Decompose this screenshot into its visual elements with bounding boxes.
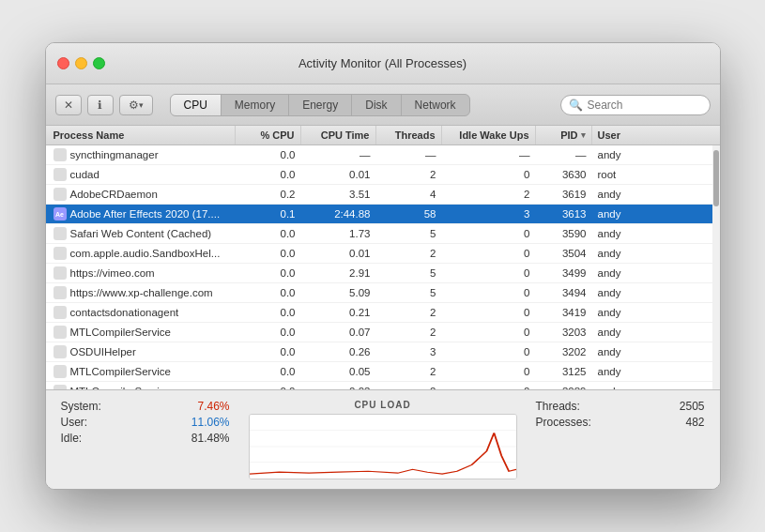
- cell-time: 0.01: [301, 244, 376, 263]
- cell-pid: 3089: [536, 382, 592, 389]
- col-idle-wake[interactable]: Idle Wake Ups: [442, 126, 536, 144]
- scrollbar-thumb[interactable]: [713, 150, 719, 206]
- process-icon: [54, 148, 67, 161]
- col-cpu-pct[interactable]: % CPU: [236, 126, 301, 144]
- table-row[interactable]: com.apple.audio.SandboxHel... 0.0 0.01 2…: [46, 244, 720, 264]
- cell-idle: 0: [442, 303, 536, 322]
- process-icon: [54, 365, 67, 378]
- table-container: Process Name % CPU CPU Time Threads Idle…: [46, 126, 720, 389]
- cell-user: andy: [592, 205, 649, 223]
- cell-time: 0.26: [301, 342, 376, 361]
- cell-user: andy: [592, 362, 649, 381]
- cell-process-name: MTLCompilerService: [48, 382, 236, 389]
- titlebar: Activity Monitor (All Processes): [46, 43, 720, 84]
- stat-system-value: 7.46%: [197, 400, 229, 413]
- table-row[interactable]: OSDUIHelper 0.0 0.26 3 0 3202 andy: [46, 342, 720, 362]
- cell-process-name: https://www.xp-challenge.com: [48, 283, 236, 302]
- cell-pid: 3125: [536, 362, 592, 381]
- table-row[interactable]: MTLCompilerService 0.0 0.07 2 0 3203 and…: [46, 323, 720, 342]
- cell-process-name: AdobeCRDaemon: [48, 185, 236, 204]
- process-icon: [54, 286, 67, 299]
- table-row[interactable]: https://www.xp-challenge.com 0.0 5.09 5 …: [46, 283, 720, 303]
- cell-idle: 0: [442, 224, 536, 243]
- tab-cpu[interactable]: CPU: [171, 95, 222, 115]
- process-icon: [54, 326, 67, 339]
- tab-network[interactable]: Network: [402, 95, 469, 115]
- footer-stats: System: 7.46% User: 11.06% Idle: 81.48%: [61, 400, 230, 479]
- stat-idle: Idle: 81.48%: [61, 432, 230, 445]
- process-icon: [54, 306, 67, 319]
- gear-button[interactable]: ⚙ ▾: [119, 95, 153, 115]
- scrollbar[interactable]: [712, 145, 720, 389]
- cell-pid: 3494: [536, 283, 592, 302]
- cell-cpu: 0.0: [236, 323, 301, 342]
- table-row[interactable]: AdobeCRDaemon 0.2 3.51 4 2 3619 andy: [46, 185, 720, 205]
- cell-time: 0.21: [301, 303, 376, 322]
- table-body[interactable]: syncthingmanager 0.0 — — — — andy cudad …: [46, 145, 720, 389]
- search-box[interactable]: 🔍: [560, 95, 711, 115]
- table-row[interactable]: Safari Web Content (Cached) 0.0 1.73 5 0…: [46, 224, 720, 244]
- cell-threads: 2: [376, 165, 442, 184]
- col-pid[interactable]: PID ▾: [536, 126, 592, 144]
- minimize-button[interactable]: [75, 57, 87, 69]
- sort-arrow-icon: ▾: [581, 130, 586, 140]
- cell-threads: 2: [376, 323, 442, 342]
- table-row[interactable]: MTLCompilerService 0.0 0.03 2 0 3089 and…: [46, 382, 720, 389]
- tab-disk[interactable]: Disk: [352, 95, 401, 115]
- table-row[interactable]: contactsdonationagent 0.0 0.21 2 0 3419 …: [46, 303, 720, 323]
- cell-pid: —: [536, 145, 592, 164]
- tab-energy[interactable]: Energy: [289, 95, 352, 115]
- toolbar: ✕ ℹ ⚙ ▾ CPU Memory Energy Disk Network 🔍: [46, 84, 720, 126]
- cell-cpu: 0.0: [236, 264, 301, 282]
- col-user[interactable]: User: [592, 126, 649, 144]
- cell-threads: 2: [376, 303, 442, 322]
- gear-icon: ⚙: [129, 99, 139, 112]
- cell-cpu: 0.0: [236, 165, 301, 184]
- cell-threads: 5: [376, 224, 442, 243]
- footer-threads: Threads: 2505 Processes: 482: [536, 400, 705, 479]
- table-row[interactable]: cudad 0.0 0.01 2 0 3630 root: [46, 165, 720, 185]
- cell-pid: 3613: [536, 205, 592, 223]
- cell-user: andy: [592, 264, 649, 282]
- cell-process-name: MTLCompilerService: [48, 362, 236, 381]
- cell-cpu: 0.0: [236, 382, 301, 389]
- cell-cpu: 0.0: [236, 145, 301, 164]
- cell-threads: 2: [376, 362, 442, 381]
- toolbar-left: ✕ ℹ ⚙ ▾: [55, 95, 153, 115]
- close-button[interactable]: [57, 57, 69, 69]
- stat-system: System: 7.46%: [61, 400, 230, 413]
- search-icon: 🔍: [569, 99, 583, 112]
- search-input[interactable]: [588, 99, 702, 112]
- tab-memory[interactable]: Memory: [222, 95, 289, 115]
- col-threads[interactable]: Threads: [376, 126, 442, 144]
- cell-cpu: 0.0: [236, 342, 301, 361]
- info-icon: ℹ: [98, 99, 102, 112]
- cell-cpu: 0.0: [236, 362, 301, 381]
- gear-arrow-icon: ▾: [139, 100, 144, 110]
- cell-cpu: 0.0: [236, 283, 301, 302]
- info-button[interactable]: ℹ: [87, 95, 114, 115]
- table-row[interactable]: AeAdobe After Effects 2020 (17.... 0.1 2…: [46, 205, 720, 224]
- process-icon: [54, 247, 67, 260]
- footer: System: 7.46% User: 11.06% Idle: 81.48% …: [46, 389, 720, 489]
- cell-user: andy: [592, 185, 649, 204]
- cell-threads: 2: [376, 382, 442, 389]
- stat-user-value: 11.06%: [191, 416, 230, 429]
- cell-user: andy: [592, 342, 649, 361]
- table-row[interactable]: syncthingmanager 0.0 — — — — andy: [46, 145, 720, 165]
- col-cpu-time[interactable]: CPU Time: [301, 126, 376, 144]
- maximize-button[interactable]: [93, 57, 105, 69]
- threads-value: 2505: [680, 400, 705, 413]
- table-row[interactable]: https://vimeo.com 0.0 2.91 5 0 3499 andy: [46, 264, 720, 283]
- processes-row: Processes: 482: [536, 416, 705, 429]
- cell-process-name: com.apple.audio.SandboxHel...: [48, 244, 236, 263]
- cell-process-name: syncthingmanager: [48, 145, 236, 164]
- stop-button[interactable]: ✕: [55, 95, 82, 115]
- col-process-name[interactable]: Process Name: [48, 126, 236, 144]
- cell-user: andy: [592, 303, 649, 322]
- cell-idle: 0: [442, 283, 536, 302]
- threads-label: Threads:: [536, 400, 580, 413]
- table-row[interactable]: MTLCompilerService 0.0 0.05 2 0 3125 and…: [46, 362, 720, 382]
- cell-pid: 3504: [536, 244, 592, 263]
- cell-process-name: OSDUIHelper: [48, 342, 236, 361]
